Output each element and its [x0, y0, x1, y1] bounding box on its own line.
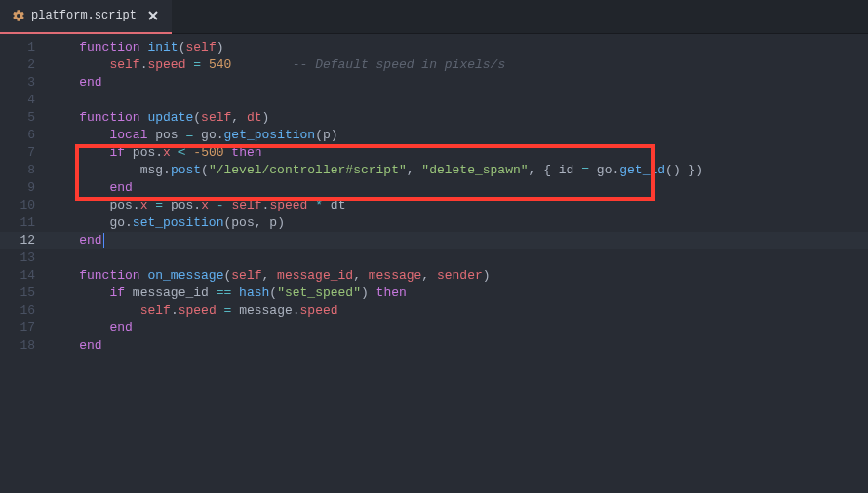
line-number: 12 — [0, 232, 49, 249]
line-number: 8 — [0, 162, 49, 179]
code-line — [49, 249, 868, 267]
line-number: 11 — [0, 214, 49, 232]
code-line: end — [49, 179, 868, 197]
text-cursor — [103, 233, 104, 248]
code-editor[interactable]: 1 2 3 4 5 6 7 8 9 10 11 12 13 14 15 16 1… — [0, 34, 868, 493]
close-icon[interactable] — [146, 9, 160, 22]
line-number: 18 — [0, 337, 49, 355]
line-number: 7 — [0, 144, 49, 162]
code-line: self.speed = 540 -- Default speed in pix… — [49, 57, 868, 74]
code-area[interactable]: function init(self) self.speed = 540 -- … — [49, 34, 868, 493]
gear-icon — [12, 9, 25, 22]
line-number: 1 — [0, 39, 49, 57]
code-line: end — [49, 337, 868, 355]
line-number: 15 — [0, 284, 49, 302]
line-numbers-gutter: 1 2 3 4 5 6 7 8 9 10 11 12 13 14 15 16 1… — [0, 34, 49, 493]
line-number: 17 — [0, 320, 49, 337]
line-number: 16 — [0, 302, 49, 320]
line-number: 5 — [0, 109, 49, 127]
tab-bar: platform.script — [0, 0, 868, 34]
code-line: function init(self) — [49, 39, 868, 57]
line-number: 6 — [0, 127, 49, 144]
tab-label: platform.script — [31, 9, 137, 22]
code-line: end — [49, 320, 868, 337]
line-number: 9 — [0, 179, 49, 197]
code-line: if pos.x < -500 then — [49, 144, 868, 162]
line-number: 10 — [0, 197, 49, 214]
code-line: self.speed = message.speed — [49, 302, 868, 320]
code-line — [49, 92, 868, 109]
code-line: pos.x = pos.x - self.speed * dt — [49, 197, 868, 214]
line-number: 2 — [0, 57, 49, 74]
scrollbar-vertical[interactable] — [856, 34, 868, 493]
code-line: msg.post("/level/controller#script", "de… — [49, 162, 868, 179]
code-line: local pos = go.get_position(p) — [49, 127, 868, 144]
code-line: end — [49, 74, 868, 92]
tab-platform-script[interactable]: platform.script — [0, 0, 172, 34]
code-line: go.set_position(pos, p) — [49, 214, 868, 232]
line-number: 13 — [0, 249, 49, 267]
code-line: function on_message(self, message_id, me… — [49, 267, 868, 284]
code-line: end — [49, 232, 868, 249]
code-line: if message_id == hash("set_speed") then — [49, 284, 868, 302]
line-number: 14 — [0, 267, 49, 284]
code-line: function update(self, dt) — [49, 109, 868, 127]
line-number: 3 — [0, 74, 49, 92]
line-number: 4 — [0, 92, 49, 109]
